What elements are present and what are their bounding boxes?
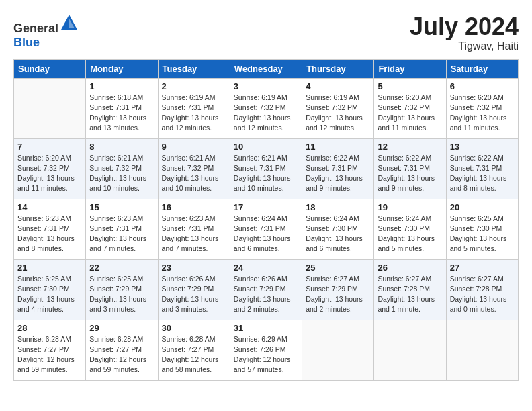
day-info: Sunrise: 6:21 AMSunset: 7:31 PMDaylight:… xyxy=(234,153,298,194)
day-info: Sunrise: 6:22 AMSunset: 7:31 PMDaylight:… xyxy=(378,153,442,194)
calendar-cell: 29Sunrise: 6:28 AMSunset: 7:27 PMDayligh… xyxy=(86,320,158,380)
day-info: Sunrise: 6:28 AMSunset: 7:27 PMDaylight:… xyxy=(89,334,154,375)
day-number: 12 xyxy=(378,142,442,152)
calendar-cell: 9Sunrise: 6:21 AMSunset: 7:32 PMDaylight… xyxy=(158,138,230,199)
page-header: General Blue July 2024 Tigwav, Haiti xyxy=(13,13,519,52)
calendar-cell: 31Sunrise: 6:29 AMSunset: 7:26 PMDayligh… xyxy=(230,320,302,380)
day-number: 7 xyxy=(17,142,82,152)
calendar-cell: 6Sunrise: 6:20 AMSunset: 7:32 PMDaylight… xyxy=(446,78,518,138)
calendar-cell: 27Sunrise: 6:27 AMSunset: 7:28 PMDayligh… xyxy=(446,259,518,320)
calendar-cell: 14Sunrise: 6:23 AMSunset: 7:31 PMDayligh… xyxy=(14,199,86,259)
weekday-header-monday: Monday xyxy=(86,59,158,78)
calendar-cell: 8Sunrise: 6:21 AMSunset: 7:32 PMDaylight… xyxy=(86,138,158,199)
day-number: 5 xyxy=(378,81,442,91)
calendar-cell xyxy=(14,78,86,138)
day-number: 6 xyxy=(450,81,515,91)
day-info: Sunrise: 6:29 AMSunset: 7:26 PMDaylight:… xyxy=(234,334,298,375)
week-row-1: 1Sunrise: 6:18 AMSunset: 7:31 PMDaylight… xyxy=(14,78,519,138)
day-number: 8 xyxy=(89,142,154,152)
calendar-cell: 5Sunrise: 6:20 AMSunset: 7:32 PMDaylight… xyxy=(374,78,446,138)
weekday-header-thursday: Thursday xyxy=(302,59,374,78)
calendar-cell: 20Sunrise: 6:25 AMSunset: 7:30 PMDayligh… xyxy=(446,199,518,259)
calendar-cell: 15Sunrise: 6:23 AMSunset: 7:31 PMDayligh… xyxy=(86,199,158,259)
day-number: 31 xyxy=(234,323,298,333)
day-info: Sunrise: 6:24 AMSunset: 7:30 PMDaylight:… xyxy=(378,214,442,255)
day-number: 1 xyxy=(89,81,154,91)
day-number: 27 xyxy=(450,263,515,273)
week-row-3: 14Sunrise: 6:23 AMSunset: 7:31 PMDayligh… xyxy=(14,199,519,259)
day-number: 15 xyxy=(89,202,154,212)
day-number: 24 xyxy=(234,263,298,273)
day-number: 22 xyxy=(89,263,154,273)
calendar-cell: 16Sunrise: 6:23 AMSunset: 7:31 PMDayligh… xyxy=(158,199,230,259)
day-info: Sunrise: 6:20 AMSunset: 7:32 PMDaylight:… xyxy=(450,93,515,134)
calendar-cell: 11Sunrise: 6:22 AMSunset: 7:31 PMDayligh… xyxy=(302,138,374,199)
day-info: Sunrise: 6:27 AMSunset: 7:28 PMDaylight:… xyxy=(378,274,442,315)
logo-blue: Blue xyxy=(13,36,40,49)
day-number: 2 xyxy=(162,81,226,91)
calendar-cell xyxy=(446,320,518,380)
calendar-cell: 30Sunrise: 6:28 AMSunset: 7:27 PMDayligh… xyxy=(158,320,230,380)
day-number: 20 xyxy=(450,202,515,212)
day-number: 16 xyxy=(162,202,226,212)
day-info: Sunrise: 6:28 AMSunset: 7:27 PMDaylight:… xyxy=(17,334,82,375)
calendar-cell: 17Sunrise: 6:24 AMSunset: 7:31 PMDayligh… xyxy=(230,199,302,259)
calendar-cell: 1Sunrise: 6:18 AMSunset: 7:31 PMDaylight… xyxy=(86,78,158,138)
day-info: Sunrise: 6:21 AMSunset: 7:32 PMDaylight:… xyxy=(162,153,226,194)
calendar-cell: 10Sunrise: 6:21 AMSunset: 7:31 PMDayligh… xyxy=(230,138,302,199)
day-info: Sunrise: 6:23 AMSunset: 7:31 PMDaylight:… xyxy=(162,214,226,255)
week-row-2: 7Sunrise: 6:20 AMSunset: 7:32 PMDaylight… xyxy=(14,138,519,199)
day-info: Sunrise: 6:24 AMSunset: 7:31 PMDaylight:… xyxy=(234,214,298,255)
day-info: Sunrise: 6:27 AMSunset: 7:28 PMDaylight:… xyxy=(450,274,515,315)
day-number: 4 xyxy=(306,81,370,91)
month-year-title: July 2024 xyxy=(410,13,519,40)
day-info: Sunrise: 6:23 AMSunset: 7:31 PMDaylight:… xyxy=(17,214,82,255)
day-info: Sunrise: 6:21 AMSunset: 7:32 PMDaylight:… xyxy=(89,153,154,194)
day-info: Sunrise: 6:19 AMSunset: 7:31 PMDaylight:… xyxy=(162,93,226,134)
day-number: 14 xyxy=(17,202,82,212)
day-number: 10 xyxy=(234,142,298,152)
day-number: 13 xyxy=(450,142,515,152)
calendar-cell: 2Sunrise: 6:19 AMSunset: 7:31 PMDaylight… xyxy=(158,78,230,138)
day-info: Sunrise: 6:25 AMSunset: 7:29 PMDaylight:… xyxy=(89,274,154,315)
day-info: Sunrise: 6:28 AMSunset: 7:27 PMDaylight:… xyxy=(162,334,226,375)
day-info: Sunrise: 6:25 AMSunset: 7:30 PMDaylight:… xyxy=(17,274,82,315)
day-info: Sunrise: 6:26 AMSunset: 7:29 PMDaylight:… xyxy=(234,274,298,315)
calendar-cell: 13Sunrise: 6:22 AMSunset: 7:31 PMDayligh… xyxy=(446,138,518,199)
location-subtitle: Tigwav, Haiti xyxy=(410,40,519,52)
calendar-table: SundayMondayTuesdayWednesdayThursdayFrid… xyxy=(13,59,519,381)
week-row-4: 21Sunrise: 6:25 AMSunset: 7:30 PMDayligh… xyxy=(14,259,519,320)
day-info: Sunrise: 6:27 AMSunset: 7:29 PMDaylight:… xyxy=(306,274,370,315)
calendar-cell: 23Sunrise: 6:26 AMSunset: 7:29 PMDayligh… xyxy=(158,259,230,320)
calendar-cell: 12Sunrise: 6:22 AMSunset: 7:31 PMDayligh… xyxy=(374,138,446,199)
day-number: 25 xyxy=(306,263,370,273)
day-info: Sunrise: 6:20 AMSunset: 7:32 PMDaylight:… xyxy=(17,153,82,194)
calendar-cell xyxy=(374,320,446,380)
day-info: Sunrise: 6:22 AMSunset: 7:31 PMDaylight:… xyxy=(450,153,515,194)
day-number: 9 xyxy=(162,142,226,152)
calendar-cell: 4Sunrise: 6:19 AMSunset: 7:32 PMDaylight… xyxy=(302,78,374,138)
day-number: 23 xyxy=(162,263,226,273)
logo-general: General xyxy=(13,21,58,35)
day-number: 18 xyxy=(306,202,370,212)
day-info: Sunrise: 6:26 AMSunset: 7:29 PMDaylight:… xyxy=(162,274,226,315)
day-number: 30 xyxy=(162,323,226,333)
calendar-cell: 21Sunrise: 6:25 AMSunset: 7:30 PMDayligh… xyxy=(14,259,86,320)
day-number: 21 xyxy=(17,263,82,273)
day-info: Sunrise: 6:22 AMSunset: 7:31 PMDaylight:… xyxy=(306,153,370,194)
calendar-cell: 19Sunrise: 6:24 AMSunset: 7:30 PMDayligh… xyxy=(374,199,446,259)
calendar-cell: 18Sunrise: 6:24 AMSunset: 7:30 PMDayligh… xyxy=(302,199,374,259)
weekday-header-sunday: Sunday xyxy=(14,59,86,78)
day-number: 11 xyxy=(306,142,370,152)
week-row-5: 28Sunrise: 6:28 AMSunset: 7:27 PMDayligh… xyxy=(14,320,519,380)
day-number: 17 xyxy=(234,202,298,212)
weekday-header-wednesday: Wednesday xyxy=(230,59,302,78)
weekday-header-friday: Friday xyxy=(374,59,446,78)
calendar-cell: 24Sunrise: 6:26 AMSunset: 7:29 PMDayligh… xyxy=(230,259,302,320)
day-info: Sunrise: 6:24 AMSunset: 7:30 PMDaylight:… xyxy=(306,214,370,255)
day-number: 3 xyxy=(234,81,298,91)
weekday-header-row: SundayMondayTuesdayWednesdayThursdayFrid… xyxy=(14,59,519,78)
logo-icon xyxy=(60,13,79,32)
day-info: Sunrise: 6:19 AMSunset: 7:32 PMDaylight:… xyxy=(306,93,370,134)
day-number: 28 xyxy=(17,323,82,333)
